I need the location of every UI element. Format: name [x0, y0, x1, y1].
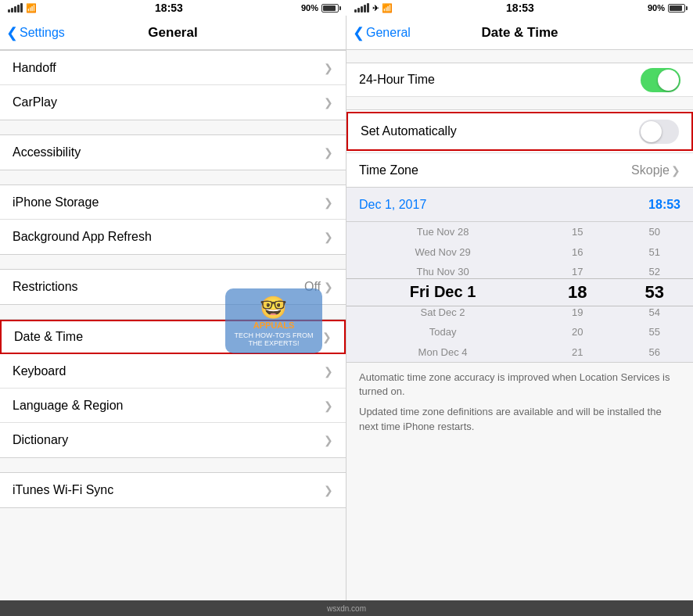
background-refresh-row[interactable]: Background App Refresh ❯ — [0, 220, 346, 254]
picker-hour-item: 19 — [539, 303, 616, 323]
left-time: 18:53 — [155, 2, 183, 14]
left-status-bar: 📶 18:53 90% — [0, 0, 346, 16]
itunes-wifi-row[interactable]: iTunes Wi-Fi Sync ❯ — [0, 473, 346, 507]
right-status-bar: ✈ 📶 18:53 90% — [346, 0, 693, 16]
left-back-label[interactable]: Settings — [20, 26, 65, 40]
left-nav-bar: ❮ Settings General — [0, 16, 346, 50]
status-bar: 📶 18:53 90% ✈ 📶 18:53 90% — [0, 0, 693, 16]
hour-time-toggle[interactable] — [641, 68, 680, 92]
keyboard-right: ❯ — [324, 365, 333, 378]
accessibility-chevron-icon: ❯ — [324, 146, 333, 159]
footer-bar: wsxdn.com — [0, 600, 693, 616]
language-region-right: ❯ — [324, 399, 333, 412]
picker-date-item: Thu Nov 30 — [346, 262, 539, 282]
picker-date-item: Tue Nov 28 — [346, 222, 539, 242]
timezone-row[interactable]: Time Zone Skopje ❯ — [346, 152, 693, 187]
restrictions-row[interactable]: Restrictions Off ❯ — [0, 270, 346, 304]
picker-min-item: 51 — [616, 242, 693, 263]
battery-icon — [321, 4, 339, 13]
current-date: Dec 1, 2017 — [359, 198, 426, 212]
picker-hour-item: 15 — [539, 222, 616, 242]
set-auto-section: Set Automatically Time Zone Skopje ❯ — [346, 109, 693, 187]
keyboard-label: Keyboard — [13, 364, 66, 378]
picker-date-item: Mon Dec 4 — [346, 342, 539, 362]
left-battery-area: 90% — [301, 3, 339, 13]
main-content: ❮ Settings General Handoff ❯ CarPlay ❯ — [0, 16, 693, 600]
left-panel: ❮ Settings General Handoff ❯ CarPlay ❯ — [0, 16, 346, 600]
set-auto-thumb — [641, 121, 662, 142]
right-back-label[interactable]: General — [366, 26, 411, 40]
accessibility-row[interactable]: Accessibility ❯ — [0, 135, 346, 170]
dictionary-right: ❯ — [324, 434, 333, 446]
picker-date-item: Today — [346, 322, 539, 342]
right-back-button[interactable]: ❮ General — [353, 24, 411, 41]
right-status-left: ✈ 📶 — [354, 3, 393, 13]
back-chevron-icon: ❮ — [6, 24, 18, 41]
picker-hour-column[interactable]: 15 16 17 18 19 20 21 — [539, 222, 616, 362]
language-region-row[interactable]: Language & Region ❯ — [0, 389, 346, 423]
accessibility-right: ❯ — [324, 146, 333, 159]
right-battery-fill — [670, 5, 682, 11]
spacer-2 — [0, 170, 346, 184]
restrictions-chevron-icon: ❯ — [324, 281, 333, 293]
left-back-button[interactable]: ❮ Settings — [6, 24, 65, 41]
picker-min-item: 54 — [616, 303, 693, 323]
carplay-label: CarPlay — [13, 95, 57, 109]
left-settings-list: Handoff ❯ CarPlay ❯ Accessibility — [0, 50, 346, 600]
handoff-row[interactable]: Handoff ❯ — [0, 51, 346, 85]
spacer-3 — [0, 255, 346, 269]
picker-hour-item: 16 — [539, 242, 616, 263]
handoff-chevron-icon: ❯ — [324, 62, 333, 74]
section-3: iPhone Storage ❯ Background App Refresh … — [0, 184, 346, 255]
picker-area[interactable]: Tue Nov 28 Wed Nov 29 Thu Nov 30 Fri Dec… — [346, 221, 693, 362]
picker-min-selected: 53 — [616, 282, 693, 303]
picker-min-column[interactable]: 50 51 52 53 54 55 56 — [616, 222, 693, 362]
picker-hour-item: 21 — [539, 342, 616, 363]
right-battery-icon — [668, 4, 685, 13]
carplay-row[interactable]: CarPlay ❯ — [0, 85, 346, 120]
language-region-label: Language & Region — [13, 399, 123, 413]
hour-time-row[interactable]: 24-Hour Time — [346, 63, 693, 97]
iphone-storage-label: iPhone Storage — [13, 195, 99, 210]
spacer-5 — [0, 458, 346, 472]
footer-label: wsxdn.com — [327, 604, 366, 613]
picker-min-item: 56 — [616, 342, 693, 363]
section-2: Accessibility ❯ — [0, 134, 346, 170]
date-time-row[interactable]: Date & Time ❯ — [0, 320, 346, 354]
right-wifi-icon: 📶 — [382, 3, 393, 13]
handoff-right: ❯ — [324, 62, 333, 74]
picker-min-item: 50 — [616, 222, 693, 242]
info-area: Automatic time zone accuracy is improved… — [346, 362, 693, 448]
iphone-storage-row[interactable]: iPhone Storage ❯ — [0, 185, 346, 220]
itunes-wifi-chevron-icon: ❯ — [324, 484, 333, 496]
set-auto-row[interactable]: Set Automatically — [346, 112, 693, 151]
section-6: iTunes Wi-Fi Sync ❯ — [0, 472, 346, 508]
restrictions-value: Off — [304, 280, 321, 294]
keyboard-row[interactable]: Keyboard ❯ — [0, 354, 346, 389]
set-auto-toggle[interactable] — [639, 120, 679, 144]
section-1: Handoff ❯ CarPlay ❯ — [0, 50, 346, 120]
left-panel-title: General — [148, 25, 197, 41]
right-signal-icon — [354, 3, 369, 13]
left-battery-pct: 90% — [301, 3, 318, 13]
right-spacer-2 — [346, 97, 693, 109]
dictionary-row[interactable]: Dictionary ❯ — [0, 423, 346, 457]
spacer-6 — [0, 508, 346, 555]
itunes-wifi-right: ❯ — [324, 484, 333, 496]
background-refresh-label: Background App Refresh — [13, 230, 152, 244]
carplay-chevron-icon: ❯ — [324, 96, 333, 109]
wifi-icon: 📶 — [26, 3, 37, 13]
right-time: 18:53 — [506, 2, 534, 14]
datetime-display-row: Dec 1, 2017 18:53 — [346, 187, 693, 221]
handoff-label: Handoff — [13, 61, 56, 75]
background-refresh-chevron-icon: ❯ — [324, 231, 333, 243]
picker-date-column[interactable]: Tue Nov 28 Wed Nov 29 Thu Nov 30 Fri Dec… — [346, 222, 539, 362]
itunes-wifi-label: iTunes Wi-Fi Sync — [13, 483, 113, 497]
language-region-chevron-icon: ❯ — [324, 399, 333, 412]
restrictions-label: Restrictions — [13, 280, 78, 294]
restrictions-right: Off ❯ — [304, 280, 333, 294]
date-time-chevron-icon: ❯ — [322, 331, 332, 343]
right-panel: ❮ General Date & Time 24-Hour Time Set A… — [346, 16, 693, 600]
carplay-right: ❯ — [324, 96, 333, 109]
picker-hour-selected: 18 — [539, 282, 616, 303]
